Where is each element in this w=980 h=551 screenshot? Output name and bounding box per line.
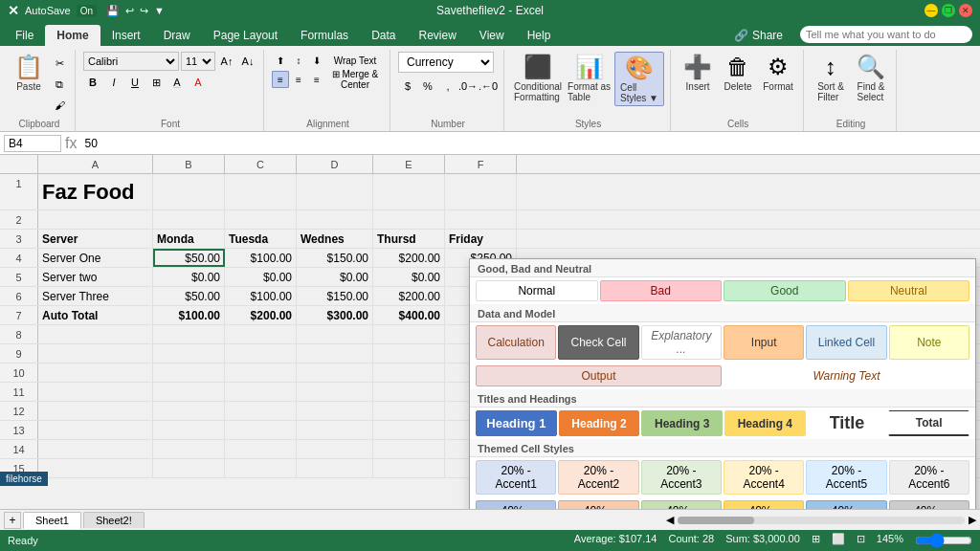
- number-format-select[interactable]: Currency: [398, 52, 494, 73]
- cell-f1[interactable]: [445, 174, 517, 209]
- cell-e7[interactable]: $400.00: [373, 306, 445, 324]
- search-input[interactable]: [800, 26, 972, 43]
- increase-decimal-button[interactable]: .0→: [458, 77, 478, 96]
- row-num-2[interactable]: 2: [0, 210, 38, 229]
- col-header-e[interactable]: E: [373, 155, 445, 173]
- cell-d3[interactable]: Wednes: [297, 230, 373, 248]
- font-size-select[interactable]: 11: [181, 52, 215, 71]
- cell-b13[interactable]: [153, 421, 225, 439]
- cell-d2[interactable]: [297, 210, 373, 229]
- row-num-9[interactable]: 9: [0, 344, 38, 363]
- cell-a2[interactable]: [38, 210, 153, 229]
- row-num-11[interactable]: 11: [0, 383, 38, 401]
- percent-button[interactable]: %: [418, 77, 437, 96]
- cell-b4[interactable]: $50.00: [153, 249, 225, 267]
- dd-style-acc40-5[interactable]: 40% - Accent5: [806, 500, 886, 509]
- cell-d4[interactable]: $150.00: [297, 249, 373, 267]
- cell-a11[interactable]: [38, 383, 153, 401]
- dd-style-acc40-3[interactable]: 40% - Accent3: [641, 500, 722, 509]
- bold-button[interactable]: B: [83, 73, 102, 92]
- row-num-14[interactable]: 14: [0, 440, 38, 458]
- cell-e14[interactable]: [373, 440, 445, 458]
- cell-reference-input[interactable]: [4, 135, 61, 152]
- sheet-tab-sheet2[interactable]: Sheet2!: [83, 512, 145, 528]
- delete-cells-button[interactable]: 🗑 Delete: [719, 52, 757, 94]
- minimize-button[interactable]: —: [924, 4, 938, 17]
- formula-input[interactable]: [80, 137, 976, 150]
- cell-e10[interactable]: [373, 364, 445, 382]
- cell-c14[interactable]: [225, 440, 297, 458]
- insert-cells-button[interactable]: ➕ Insert: [679, 52, 717, 94]
- cell-a13[interactable]: [38, 421, 153, 439]
- dd-style-acc40-2[interactable]: 40% - Accent2: [558, 500, 638, 509]
- scroll-right-icon[interactable]: ▶: [969, 514, 976, 526]
- col-header-f[interactable]: F: [445, 155, 517, 173]
- cell-b5[interactable]: $0.00: [153, 268, 225, 286]
- row-num-4[interactable]: 4: [0, 249, 38, 267]
- tab-insert[interactable]: Insert: [100, 25, 152, 46]
- tab-home[interactable]: Home: [45, 25, 100, 46]
- cell-a8[interactable]: [38, 325, 153, 343]
- cell-a12[interactable]: [38, 402, 153, 420]
- left-align-button[interactable]: ≡: [272, 71, 289, 88]
- cell-a5[interactable]: Server two: [38, 268, 153, 286]
- dd-style-warning-text[interactable]: Warning Text: [724, 365, 969, 386]
- cell-d8[interactable]: [297, 325, 373, 343]
- dd-style-total[interactable]: Total: [888, 410, 969, 436]
- cell-d10[interactable]: [297, 364, 373, 382]
- dd-style-heading3[interactable]: Heading 3: [641, 410, 723, 436]
- cell-c12[interactable]: [225, 402, 297, 420]
- cell-b11[interactable]: [153, 383, 225, 401]
- row-num-12[interactable]: 12: [0, 402, 38, 420]
- redo-icon[interactable]: ↪: [140, 5, 148, 17]
- cell-c10[interactable]: [225, 364, 297, 382]
- dd-style-note[interactable]: Note: [889, 325, 969, 360]
- center-align-button[interactable]: ≡: [290, 71, 307, 88]
- font-increase-button[interactable]: A↑: [217, 52, 236, 71]
- row-num-13[interactable]: 13: [0, 421, 38, 439]
- cell-c15[interactable]: [225, 459, 297, 477]
- bottom-align-button[interactable]: ⬇: [308, 52, 325, 69]
- dd-style-good[interactable]: Good: [724, 280, 846, 301]
- cell-b1[interactable]: [153, 174, 225, 209]
- cell-d5[interactable]: $0.00: [297, 268, 373, 286]
- dd-style-normal[interactable]: Normal: [476, 280, 598, 301]
- dd-style-neutral[interactable]: Neutral: [848, 280, 970, 301]
- dd-style-acc20-1[interactable]: 20% - Accent1: [476, 460, 556, 495]
- dd-style-bad[interactable]: Bad: [600, 280, 723, 301]
- cell-b3[interactable]: Monda: [153, 230, 225, 248]
- cell-e2[interactable]: [373, 210, 445, 229]
- cell-a3[interactable]: Server: [38, 230, 153, 248]
- dd-style-check-cell[interactable]: Check Cell: [558, 325, 638, 360]
- col-header-c[interactable]: C: [225, 155, 297, 173]
- row-num-10[interactable]: 10: [0, 364, 38, 382]
- dd-style-acc20-3[interactable]: 20% - Accent3: [641, 460, 722, 495]
- dd-style-acc40-1[interactable]: 40% - Accent1: [476, 500, 556, 509]
- scroll-left-icon[interactable]: ◀: [666, 514, 674, 526]
- cell-a14[interactable]: [38, 440, 153, 458]
- dd-style-acc40-6[interactable]: 40% - Accent6: [889, 500, 969, 509]
- cell-f2[interactable]: [445, 210, 517, 229]
- dd-style-calculation[interactable]: Calculation: [476, 325, 556, 360]
- dd-style-input[interactable]: Input: [724, 325, 804, 360]
- maximize-button[interactable]: ❐: [942, 4, 955, 17]
- middle-align-button[interactable]: ↕: [290, 52, 307, 69]
- cell-b9[interactable]: [153, 344, 225, 363]
- cell-d12[interactable]: [297, 402, 373, 420]
- format-painter-button[interactable]: 🖌: [50, 96, 69, 115]
- row-num-3[interactable]: 3: [0, 230, 38, 248]
- cell-e15[interactable]: [373, 459, 445, 477]
- cell-c9[interactable]: [225, 344, 297, 363]
- cell-e1[interactable]: [373, 174, 445, 209]
- add-sheet-button[interactable]: +: [4, 512, 21, 529]
- sheet-tab-sheet1[interactable]: Sheet1: [23, 512, 81, 529]
- cell-b6[interactable]: $50.00: [153, 287, 225, 305]
- row-num-7[interactable]: 7: [0, 306, 38, 324]
- cell-d9[interactable]: [297, 344, 373, 363]
- cell-c3[interactable]: Tuesda: [225, 230, 297, 248]
- close-button[interactable]: ✕: [959, 4, 972, 17]
- font-color-button[interactable]: A: [189, 73, 208, 92]
- dd-style-output[interactable]: Output: [476, 365, 722, 386]
- cell-e8[interactable]: [373, 325, 445, 343]
- italic-button[interactable]: I: [104, 73, 123, 92]
